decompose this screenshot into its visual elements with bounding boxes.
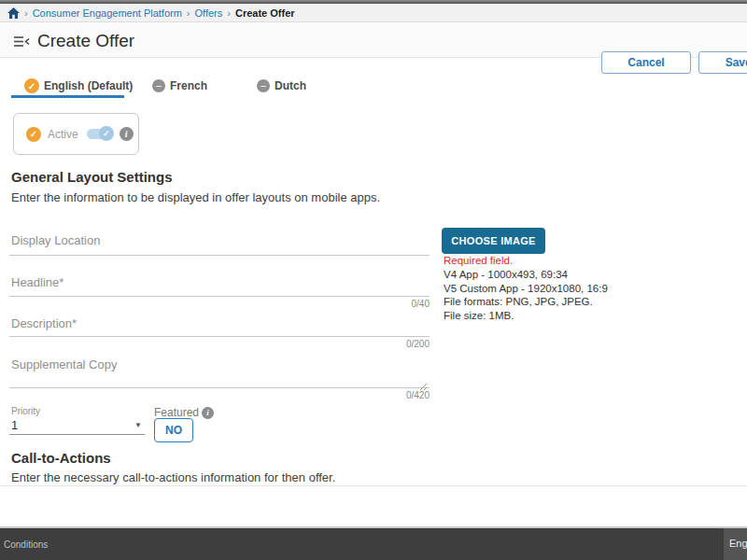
display-location-field[interactable]: Display Location [9,233,430,256]
image-spec-line: V4 App - 1000x493, 69:34 [444,268,608,282]
breadcrumb: › Consumer Engagement Platform › Offers … [0,4,747,22]
toggle-knob-check-icon: ✓ [99,126,114,141]
display-location-label: Display Location [9,233,430,247]
info-icon[interactable]: i [120,127,134,141]
supplemental-copy-label: Supplemental Copy [9,357,430,371]
tab-label: Dutch [275,79,306,92]
general-settings-subtitle: Enter the information to be displayed in… [11,190,380,204]
active-label: Active [48,128,78,141]
image-spec-line: V5 Custom App - 1920x1080, 16:9 [444,282,608,296]
collapse-menu-icon[interactable] [13,35,30,51]
cta-section-title: Call-to-Actions [11,450,111,466]
page-title: Create Offer [37,31,134,51]
priority-select[interactable]: Priority 1 ▼ [9,406,145,435]
supplemental-copy-field[interactable]: Supplemental Copy [9,357,430,388]
tab-dutch[interactable]: − Dutch [257,79,306,92]
image-specs: V4 App - 1000x493, 69:34 V5 Custom App -… [444,268,608,322]
footer-language-selector[interactable]: English [724,528,747,560]
save-button[interactable]: Save as draft [698,51,747,74]
minus-circle-icon: − [152,79,165,92]
active-status-card: ✓ Active ✓ i [13,113,139,155]
cancel-button[interactable]: Cancel [601,51,691,74]
dropdown-arrow-icon: ▼ [134,421,142,429]
image-spec-line: File size: 1MB. [444,309,608,323]
breadcrumb-link-platform[interactable]: Consumer Engagement Platform [33,7,182,19]
breadcrumb-link-offers[interactable]: Offers [195,7,223,19]
supplemental-copy-counter: 0/420 [9,390,430,400]
breadcrumb-separator: › [227,7,231,19]
footer-conditions-link[interactable]: Conditions [4,539,48,550]
description-label: Description* [9,316,430,330]
featured-toggle-button[interactable]: NO [154,418,193,442]
headline-counter: 0/40 [9,299,430,309]
featured-label: Featured [154,406,199,419]
tab-english[interactable]: ✓ English (Default) [24,78,133,93]
breadcrumb-separator: › [24,7,28,19]
featured-label-row: Featured i [154,406,214,419]
description-field[interactable]: Description* [9,316,430,337]
required-field-message: Required field. [444,255,513,266]
check-circle-icon: ✓ [26,127,41,142]
image-spec-line: File formats: PNG, JPG, JPEG. [444,295,608,309]
cta-section-subtitle: Enter the necessary call-to-actions info… [11,470,335,484]
check-circle-icon: ✓ [24,78,39,93]
priority-value: 1 [9,418,18,432]
breadcrumb-current: Create Offer [235,7,295,19]
breadcrumb-separator: › [187,7,190,19]
section-divider [0,485,747,486]
footer: Conditions English [0,528,747,560]
description-counter: 0/200 [9,339,430,349]
tab-label: French [170,79,207,92]
home-icon[interactable] [7,7,20,19]
tab-french[interactable]: − French [152,79,207,92]
choose-image-button[interactable]: CHOOSE IMAGE [442,228,545,254]
priority-label: Priority [9,406,145,416]
page-header: Create Offer Cancel Save as draft [0,22,747,58]
active-tab-underline [11,95,124,98]
tab-label: English (Default) [44,79,133,92]
headline-label: Headline* [9,275,430,289]
general-settings-title: General Layout Settings [11,169,173,185]
headline-field[interactable]: Headline* [9,275,430,297]
active-toggle[interactable]: ✓ [87,129,109,139]
minus-circle-icon: − [257,79,270,92]
info-icon[interactable]: i [202,407,214,419]
